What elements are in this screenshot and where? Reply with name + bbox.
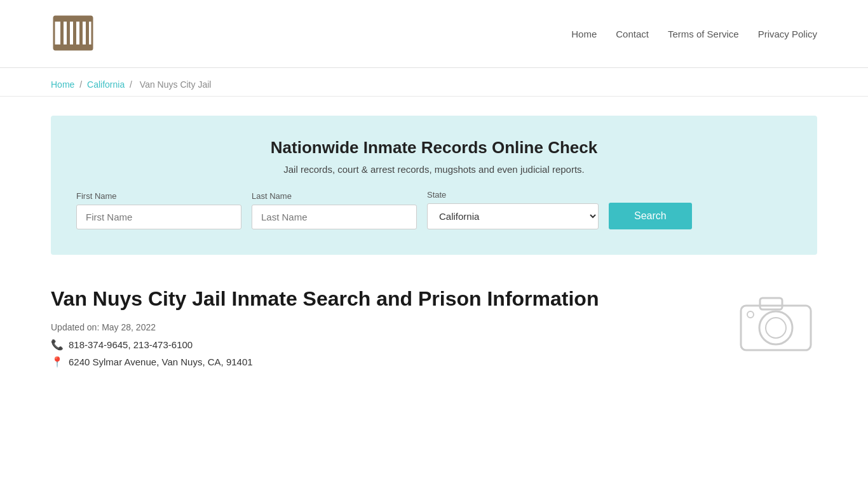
search-banner-title: Nationwide Inmate Records Online Check — [76, 138, 792, 158]
first-name-input[interactable] — [76, 205, 241, 229]
svg-rect-2 — [54, 44, 92, 50]
site-header: Home Contact Terms of Service Privacy Po… — [0, 0, 868, 68]
logo[interactable] — [51, 11, 95, 56]
svg-rect-7 — [86, 22, 89, 44]
breadcrumb-separator-2: / — [130, 79, 135, 90]
address-line: 📍 6240 Sylmar Avenue, Van Nuys, CA, 9140… — [51, 356, 817, 368]
search-banner: Nationwide Inmate Records Online Check J… — [51, 116, 817, 255]
svg-point-11 — [766, 318, 786, 338]
breadcrumb-current: Van Nuys City Jail — [140, 79, 212, 90]
state-label: State — [427, 190, 599, 200]
location-icon: 📍 — [51, 356, 64, 368]
updated-date: Updated on: May 28, 2022 — [51, 322, 817, 332]
breadcrumb-state[interactable]: California — [87, 79, 125, 90]
svg-rect-4 — [67, 22, 70, 44]
svg-rect-5 — [73, 22, 76, 44]
svg-rect-1 — [54, 17, 92, 22]
state-select[interactable]: California Alabama Alaska Arizona Arkans… — [427, 203, 599, 229]
page-title: Van Nuys City Jail Inmate Search and Pri… — [51, 287, 817, 311]
svg-rect-9 — [760, 298, 782, 309]
search-form: First Name Last Name State California Al… — [76, 190, 792, 229]
nav-privacy[interactable]: Privacy Policy — [758, 29, 817, 39]
nav-contact[interactable]: Contact — [616, 29, 649, 39]
nav-terms[interactable]: Terms of Service — [668, 29, 739, 39]
main-content: Van Nuys City Jail Inmate Search and Pri… — [0, 274, 868, 398]
camera-placeholder-icon — [735, 287, 817, 356]
last-name-input[interactable] — [252, 205, 417, 229]
first-name-group: First Name — [76, 191, 241, 229]
phone-icon: 📞 — [51, 339, 64, 351]
svg-rect-6 — [79, 22, 83, 44]
phone-line: 📞 818-374-9645, 213-473-6100 — [51, 339, 817, 351]
svg-point-12 — [747, 311, 754, 318]
nav-home[interactable]: Home — [571, 29, 597, 39]
address-text: 6240 Sylmar Avenue, Van Nuys, CA, 91401 — [69, 356, 253, 367]
svg-rect-3 — [60, 22, 64, 44]
search-button[interactable]: Search — [609, 203, 692, 229]
logo-icon — [51, 11, 95, 56]
svg-point-10 — [759, 311, 792, 344]
last-name-group: Last Name — [252, 191, 417, 229]
main-nav: Home Contact Terms of Service Privacy Po… — [571, 29, 817, 39]
phone-number: 818-374-9645, 213-473-6100 — [69, 339, 193, 350]
facility-image-placeholder — [735, 287, 817, 356]
first-name-label: First Name — [76, 191, 241, 201]
breadcrumb: Home / California / Van Nuys City Jail — [0, 68, 868, 97]
breadcrumb-separator-1: / — [79, 79, 85, 90]
search-banner-subtitle: Jail records, court & arrest records, mu… — [76, 164, 792, 175]
breadcrumb-home[interactable]: Home — [51, 79, 74, 90]
last-name-label: Last Name — [252, 191, 417, 201]
state-group: State California Alabama Alaska Arizona … — [427, 190, 599, 229]
